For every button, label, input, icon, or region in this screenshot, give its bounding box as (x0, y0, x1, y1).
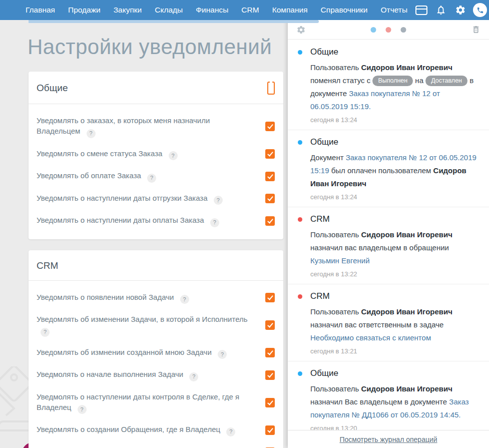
notifications-panel-header (288, 20, 489, 40)
setting-label: Уведомлять об оплате Заказа ? (37, 170, 156, 183)
card-title-crm: CRM (37, 260, 58, 271)
help-icon[interactable]: ? (214, 196, 223, 205)
user-name: Сидоров Иван Игоревич (361, 230, 452, 239)
notification-text-fragment: назначил вас владельцем в обращении (310, 243, 449, 252)
bell-icon[interactable] (433, 3, 448, 18)
setting-label: Уведомлять о заказах, в которых меня наз… (37, 115, 249, 138)
setting-checkbox[interactable] (265, 370, 275, 380)
filter-dot-read[interactable] (401, 27, 406, 33)
setting-label: Уведомлять о смене статуса Заказа ? (37, 148, 178, 161)
notification-category-dot (298, 217, 302, 222)
setting-label: Уведомлять о создании Обращения, где я В… (37, 424, 235, 436)
notification-item: ОбщиеДокумент Заказ покупателя № 12 от 0… (288, 130, 489, 207)
nav-item-2[interactable]: Закупки (107, 0, 149, 20)
notification-category: Общие (310, 368, 479, 378)
setting-label: Уведомлять об измнении созданной мною За… (37, 347, 227, 359)
help-icon[interactable]: ? (189, 372, 198, 381)
setting-label: Уведмолять о наступлении даты контроля в… (37, 391, 249, 414)
trash-icon[interactable] (471, 25, 480, 34)
notification-text: Пользователь Сидоров Иван Игоревич помен… (310, 61, 479, 113)
setting-row: Уведмолять о наступлении даты контроля в… (29, 386, 283, 419)
filter-dot-crm[interactable] (386, 27, 391, 33)
notifications-panel: ОбщиеПользователь Сидоров Иван Игоревич … (288, 20, 489, 448)
setting-checkbox[interactable] (265, 398, 275, 407)
document-link[interactable]: Кузьмин Евгений (310, 256, 370, 265)
nav-item-0[interactable]: Главная (19, 0, 62, 20)
notification-timestamp: сегодня в 13:20 (310, 424, 479, 430)
top-navbar: ГлавнаяПродажиЗакупкиСкладыФинансыCRMКом… (0, 0, 489, 20)
notifications-panel-footer: Посмотреть журнал операций (288, 430, 489, 448)
notification-text: Пользователь Сидоров Иван Игоревич назна… (310, 382, 479, 421)
user-name: Сидоров Иван Игоревич (361, 384, 452, 393)
help-icon[interactable]: ? (147, 174, 156, 183)
help-icon[interactable]: ? (226, 427, 235, 436)
setting-row: Уведомлять о наступлении даты оплаты Зак… (29, 210, 283, 232)
settings-page: Настройки уведомлений Общие Уведомлять о… (0, 20, 288, 448)
help-icon[interactable]: ? (41, 328, 50, 337)
setting-checkbox[interactable] (265, 122, 275, 131)
setting-row: Уведомлять о наступлении даты отгрузки З… (29, 188, 283, 210)
notification-text-fragment: поменял статус с (310, 76, 372, 85)
help-icon[interactable]: ? (210, 218, 219, 227)
notification-text: Пользователь Сидоров Иван Игоревич назна… (310, 228, 479, 267)
gear-icon[interactable] (453, 3, 468, 18)
setting-checkbox[interactable] (265, 172, 275, 181)
setting-row: Уведомлять об изменении Обращения, где я… (29, 441, 283, 448)
setting-row: Уведомлять о появлении новой Задачи ? (29, 287, 283, 309)
setting-checkbox[interactable] (265, 293, 275, 302)
setting-row: Уведмолять о начале выполнения Задачи ? (29, 364, 283, 386)
notification-text-fragment: назначил вас ответственным в задаче (310, 320, 443, 329)
notification-text-fragment: был оплачен пользователем (329, 166, 433, 175)
help-icon[interactable]: ? (218, 350, 227, 359)
setting-checkbox[interactable] (265, 425, 275, 435)
nav-item-3[interactable]: Склады (148, 0, 189, 20)
nav-item-8[interactable]: Отчеты (374, 0, 414, 20)
filter-dot-general[interactable] (371, 27, 376, 33)
notification-text: Пользователь Сидоров Иван Игоревич назна… (310, 305, 479, 344)
notification-text-fragment: Пользователь (310, 384, 361, 393)
setting-row: Уведомлять об изменении Задачи, в которо… (29, 309, 283, 342)
setting-label: Уведомлять об изменении Задачи, в которо… (37, 314, 249, 337)
setting-checkbox[interactable] (265, 320, 275, 330)
notification-text-fragment: назначил Вас владельцем в документе (310, 397, 449, 406)
setting-checkbox[interactable] (265, 216, 275, 226)
setting-checkbox[interactable] (265, 194, 275, 203)
notification-category: Общие (310, 137, 479, 147)
help-icon[interactable]: ? (180, 295, 189, 304)
help-icon[interactable]: ? (169, 151, 178, 160)
nav-item-4[interactable]: Финансы (189, 0, 235, 20)
phone-icon[interactable] (472, 3, 487, 18)
notification-text-fragment: Пользователь (310, 307, 361, 316)
setting-label: Уведомлять о наступлении даты оплаты Зак… (37, 215, 219, 227)
notification-category-dot (298, 371, 302, 376)
nav-item-7[interactable]: Справочники (314, 0, 374, 20)
setting-checkbox[interactable] (265, 149, 275, 159)
setting-row: Уведомлять о смене статуса Заказа ? (29, 143, 283, 166)
window-icon[interactable] (414, 3, 429, 18)
status-badge: Выполнен (372, 76, 413, 86)
horizontal-scrollbar-thumb[interactable] (29, 20, 319, 23)
status-badge: Доставлен (425, 76, 467, 86)
notification-category-dot (298, 140, 302, 145)
smartphone-icon[interactable] (267, 82, 275, 95)
help-icon[interactable]: ? (78, 405, 87, 414)
nav-item-6[interactable]: Компания (266, 0, 314, 20)
nav-item-1[interactable]: Продажи (62, 0, 107, 20)
setting-label: Уведмолять о начале выполнения Задачи ? (37, 369, 198, 381)
setting-label: Уведомлять об изменении Обращения, где я… (37, 446, 245, 448)
setting-checkbox[interactable] (265, 348, 275, 357)
setting-row: Уведомлять о заказах, в которых меня наз… (29, 110, 283, 143)
notification-timestamp: сегодня в 13:21 (310, 347, 479, 355)
notification-category-dot (298, 50, 302, 55)
setting-label: Уведомлять о появлении новой Задачи ? (37, 292, 189, 304)
notification-timestamp: сегодня в 13:22 (310, 270, 479, 278)
notifications-settings-gear-icon[interactable] (296, 25, 306, 35)
document-link[interactable]: Необходимо связаться с клиентом (310, 333, 431, 342)
notification-text-fragment: Пользователь (310, 230, 361, 239)
help-icon[interactable]: ? (87, 129, 96, 138)
view-operations-log-link[interactable]: Посмотреть журнал операций (339, 435, 437, 443)
notification-category: CRM (310, 214, 479, 224)
notification-timestamp: сегодня в 13:24 (310, 116, 479, 124)
card-title-general: Общие (37, 83, 68, 94)
nav-item-5[interactable]: CRM (235, 0, 265, 20)
